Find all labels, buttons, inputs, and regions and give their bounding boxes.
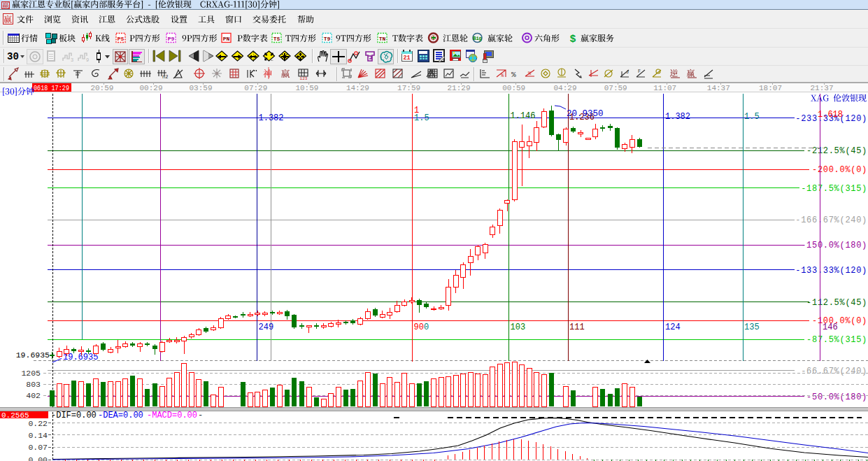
svg-text:11:07: 11:07 (653, 84, 676, 92)
svg-text:21:29: 21:29 (447, 84, 470, 92)
svg-text:-DIF=0.00: -DIF=0.00 (51, 411, 97, 420)
svg-text:n2: n2 (162, 74, 168, 80)
svg-text:Big: Big (473, 36, 482, 41)
svg-text:-150.0%(180): -150.0%(180) (801, 241, 867, 250)
svg-text:-187.5%(315): -187.5%(315) (801, 184, 867, 194)
svg-text:14:29: 14:29 (346, 84, 369, 92)
svg-text:21:37: 21:37 (810, 84, 833, 92)
svg-text:803: 803 (26, 380, 41, 389)
svg-text:19.6935: 19.6935 (63, 353, 98, 362)
svg-text:PS: PS (118, 36, 124, 42)
svg-text:21: 21 (403, 55, 410, 62)
svg-text:14:37: 14:37 (707, 84, 730, 92)
svg-text:10:59: 10:59 (295, 84, 318, 92)
svg-text:0.14: 0.14 (28, 431, 48, 440)
svg-text:-DEA=0.00: -DEA=0.00 (98, 411, 143, 420)
svg-text:04:29: 04:29 (553, 84, 576, 92)
svg-text:123: 123 (300, 76, 308, 81)
svg-text:1.5: 1.5 (744, 112, 760, 122)
svg-text:0.2565: 0.2565 (1, 411, 29, 420)
svg-text:3: 3 (71, 57, 73, 63)
svg-text:-50.0%(180): -50.0%(180) (806, 392, 867, 402)
svg-text:0.00: 0.00 (28, 455, 48, 461)
svg-text:-66.67%(240): -66.67%(240) (801, 367, 867, 376)
svg-text:18:07: 18:07 (759, 84, 782, 92)
svg-text:111: 111 (569, 322, 585, 332)
svg-text:402: 402 (26, 391, 41, 400)
svg-text:0.07: 0.07 (28, 443, 48, 452)
svg-text:9: 9 (86, 57, 89, 63)
svg-text:1.618: 1.618 (818, 110, 843, 120)
svg-text:T9: T9 (324, 36, 331, 42)
svg-text:$: $ (569, 34, 576, 45)
svg-text:0618 17:29: 0618 17:29 (34, 84, 69, 92)
svg-text:20:59: 20:59 (90, 84, 113, 92)
svg-text:03:59: 03:59 (189, 84, 212, 92)
svg-text:-87.5%(315): -87.5%(315) (806, 335, 867, 345)
svg-text:1205: 1205 (21, 369, 41, 378)
svg-text:124: 124 (665, 322, 681, 332)
svg-text:P9: P9 (168, 36, 175, 42)
svg-text:0.22: 0.22 (28, 419, 48, 428)
svg-text:-133.33%(120): -133.33%(120) (795, 266, 867, 276)
svg-text:-: - (198, 411, 203, 420)
svg-text:-112.5%(45): -112.5%(45) (806, 298, 867, 308)
svg-text:1.382: 1.382 (665, 112, 690, 122)
svg-text:30: 30 (7, 51, 19, 62)
svg-text:%: % (511, 71, 516, 79)
svg-text:07:29: 07:29 (244, 84, 267, 92)
svg-text:07:59: 07:59 (604, 84, 627, 92)
svg-text:00:29: 00:29 (139, 84, 162, 92)
svg-text:00:59: 00:59 (502, 84, 525, 92)
svg-text:TS: TS (273, 36, 280, 42)
svg-text:20.9350: 20.9350 (567, 109, 604, 119)
svg-text:19.6935: 19.6935 (16, 350, 50, 360)
svg-text:1.382: 1.382 (259, 113, 284, 123)
svg-text:-166.67%(240): -166.67%(240) (795, 215, 867, 225)
svg-text:1.146: 1.146 (511, 111, 536, 121)
svg-text:J: J (626, 69, 629, 75)
svg-text:TN: TN (379, 36, 386, 42)
svg-text:146: 146 (823, 322, 838, 332)
svg-text:-MACD=0.00: -MACD=0.00 (147, 411, 197, 420)
svg-text:F: F (638, 69, 641, 74)
svg-text:PN: PN (223, 36, 230, 42)
svg-text:135: 135 (744, 322, 760, 332)
svg-text:249: 249 (259, 322, 274, 332)
svg-text:900: 900 (414, 322, 429, 332)
svg-text:103: 103 (511, 322, 526, 332)
svg-text:1.5: 1.5 (414, 113, 429, 123)
svg-text:17:59: 17:59 (397, 84, 420, 92)
